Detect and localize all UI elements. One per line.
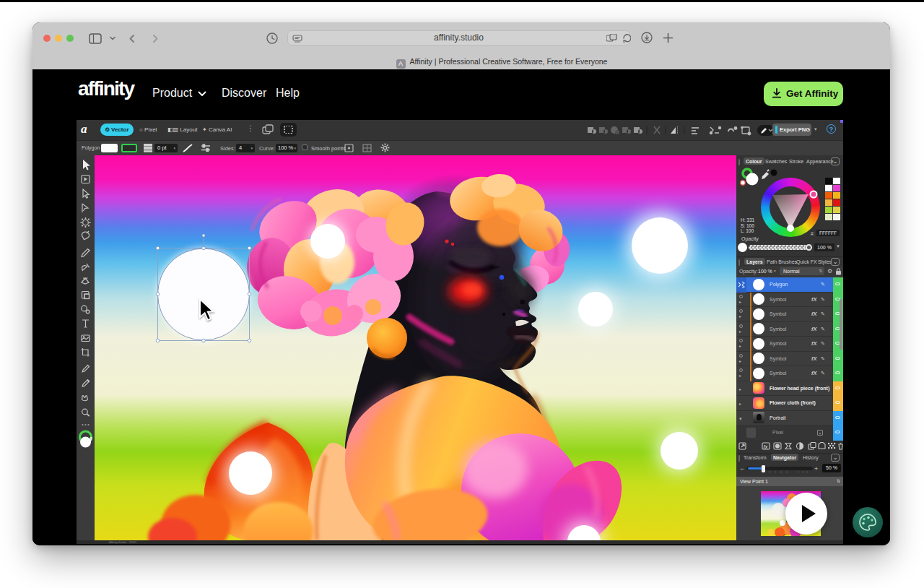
svg-text:fx: fx <box>764 444 768 449</box>
